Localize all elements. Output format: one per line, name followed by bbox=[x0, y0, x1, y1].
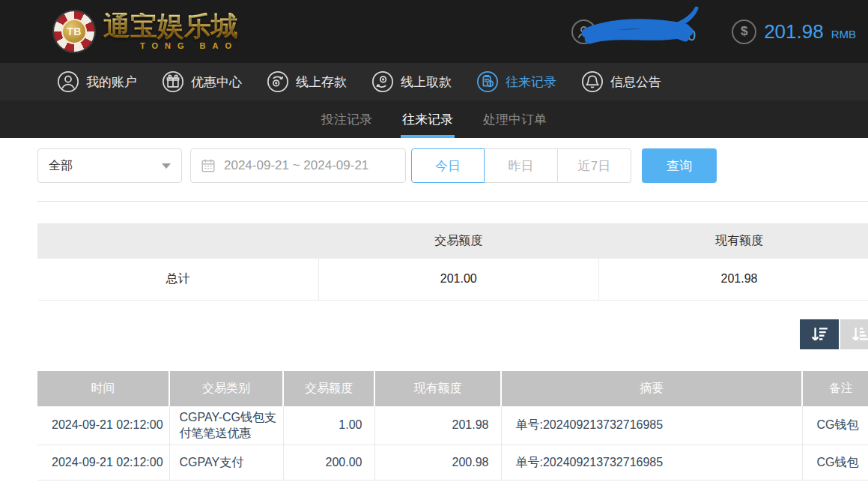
calendar-icon bbox=[200, 157, 216, 174]
filter-row: 全部 2024-09-21 ~ 2024-09-21 今日 昨日 近7日 查询 bbox=[37, 148, 868, 183]
brand-name: 通宝娱乐城 bbox=[103, 13, 238, 40]
table-row: 2024-09-21 02:12:00 CGPAY-CG钱包支付笔笔送优惠 1.… bbox=[37, 406, 868, 445]
cell-summary: 单号:202409213732716985 bbox=[501, 406, 802, 445]
summary-total-amount: 201.00 bbox=[318, 259, 599, 300]
balance[interactable]: 201.98 RMB bbox=[732, 19, 856, 44]
quick-date-group: 今日 昨日 近7日 bbox=[411, 148, 631, 183]
summary-col-transaction-amount: 交易额度 bbox=[318, 223, 599, 259]
cell-note: CG钱包 bbox=[802, 445, 868, 480]
tab-label: 投注记录 bbox=[321, 111, 372, 128]
cell-summary: 单号:202409213732716985 bbox=[501, 445, 802, 480]
cell-current-balance: 201.98 bbox=[374, 406, 501, 445]
sort-descending-button[interactable] bbox=[800, 319, 839, 349]
cell-transaction-type: CGPAY-CG钱包支付笔笔送优惠 bbox=[169, 406, 283, 445]
nav-item-transaction-records[interactable]: 往来记录 bbox=[476, 70, 556, 93]
date-range-value: 2024-09-21 ~ 2024-09-21 bbox=[224, 158, 368, 173]
cell-note: CG钱包 bbox=[802, 406, 868, 445]
chevron-down-icon bbox=[162, 163, 171, 169]
nav-label: 往来记录 bbox=[506, 73, 556, 91]
summary-col-current-balance: 现有额度 bbox=[599, 223, 868, 259]
main-navigation: 我的账户 优惠中心 线上存款 线上取款 往来记录 信息公告 bbox=[0, 63, 868, 100]
chip-monogram: TB bbox=[61, 19, 87, 44]
col-current-balance: 现有额度 bbox=[374, 371, 501, 406]
tab-processing-orders[interactable]: 处理中订单 bbox=[482, 100, 548, 138]
bell-icon bbox=[581, 70, 604, 93]
redaction-scribble bbox=[582, 6, 699, 52]
brand-logo[interactable]: TB 通宝娱乐城 TONG BAO bbox=[54, 11, 238, 52]
record-subtabs: 投注记录 往来记录 处理中订单 bbox=[0, 100, 868, 138]
col-transaction-type: 交易类别 bbox=[169, 371, 283, 406]
content-area: 全部 2024-09-21 ~ 2024-09-21 今日 昨日 近7日 查询 … bbox=[0, 148, 868, 481]
cell-time: 2024-09-21 02:12:00 bbox=[37, 406, 169, 445]
nav-item-online-withdrawal[interactable]: 线上取款 bbox=[371, 70, 452, 93]
cell-current-balance: 200.98 bbox=[374, 445, 501, 480]
poker-chip-icon: TB bbox=[54, 11, 94, 52]
withdraw-hand-coin-icon bbox=[371, 70, 394, 93]
nav-label: 线上取款 bbox=[401, 73, 452, 91]
nav-item-my-account[interactable]: 我的账户 bbox=[57, 70, 137, 93]
cell-transaction-amount: 1.00 bbox=[283, 406, 374, 445]
user-account[interactable]: 90 bbox=[571, 9, 700, 54]
nav-item-announcements[interactable]: 信息公告 bbox=[581, 70, 661, 93]
col-summary: 摘要 bbox=[501, 371, 802, 406]
sort-amount-asc-icon bbox=[850, 325, 868, 344]
nav-label: 线上存款 bbox=[296, 73, 347, 91]
tab-transaction-records[interactable]: 往来记录 bbox=[401, 100, 455, 138]
tab-label: 往来记录 bbox=[402, 111, 453, 128]
date-range-input[interactable]: 2024-09-21 ~ 2024-09-21 bbox=[190, 148, 406, 183]
records-table: 时间 交易类别 交易额度 现有额度 摘要 备注 2024-09-21 02:12… bbox=[37, 371, 868, 481]
section-divider bbox=[37, 201, 868, 202]
summary-table: 交易额度 现有额度 总计 201.00 201.98 bbox=[37, 223, 868, 301]
records-clipboard-clock-icon bbox=[476, 70, 499, 93]
summary-total-label: 总计 bbox=[38, 259, 319, 300]
user-icon bbox=[57, 70, 79, 93]
records-header-row: 时间 交易类别 交易额度 现有额度 摘要 备注 bbox=[37, 371, 868, 406]
query-button[interactable]: 查询 bbox=[642, 148, 717, 183]
dollar-icon bbox=[732, 19, 756, 44]
gift-icon bbox=[162, 70, 184, 93]
sort-controls bbox=[37, 319, 868, 349]
col-note: 备注 bbox=[802, 371, 868, 406]
top-header: TB 通宝娱乐城 TONG BAO 90 201.98 bbox=[0, 0, 868, 63]
summary-header-row: 交易额度 现有额度 bbox=[38, 223, 868, 259]
nav-label: 优惠中心 bbox=[191, 73, 242, 91]
type-select-value: 全部 bbox=[49, 158, 73, 174]
nav-item-promotions[interactable]: 优惠中心 bbox=[162, 70, 242, 93]
sort-amount-desc-icon bbox=[810, 325, 829, 344]
summary-total-row: 总计 201.00 201.98 bbox=[38, 259, 868, 300]
balance-amount: 201.98 bbox=[764, 20, 824, 43]
type-select[interactable]: 全部 bbox=[37, 148, 182, 183]
nav-item-online-deposit[interactable]: 线上存款 bbox=[267, 70, 347, 93]
col-time: 时间 bbox=[37, 371, 169, 406]
quick-btn-today[interactable]: 今日 bbox=[411, 148, 485, 183]
topbar-right: 90 201.98 RMB bbox=[571, 9, 856, 54]
cell-transaction-type: CGPAY支付 bbox=[169, 445, 283, 480]
deposit-hand-coin-icon bbox=[267, 70, 289, 93]
cell-time: 2024-09-21 02:12:00 bbox=[37, 445, 169, 480]
brand-text: 通宝娱乐城 TONG BAO bbox=[103, 13, 238, 50]
table-row: 2024-09-21 02:12:00 CGPAY支付 200.00 200.9… bbox=[37, 445, 868, 480]
brand-subtitle: TONG BAO bbox=[103, 41, 238, 50]
quick-btn-last7days[interactable]: 近7日 bbox=[558, 148, 631, 183]
nav-label: 信息公告 bbox=[610, 73, 661, 91]
sort-ascending-button[interactable] bbox=[840, 319, 868, 349]
balance-currency: RMB bbox=[831, 28, 856, 40]
tab-label: 处理中订单 bbox=[483, 111, 547, 128]
cell-transaction-amount: 200.00 bbox=[283, 445, 374, 480]
summary-total-balance: 201.98 bbox=[599, 259, 868, 300]
col-transaction-amount: 交易额度 bbox=[283, 371, 374, 406]
nav-label: 我的账户 bbox=[86, 73, 137, 91]
summary-col-blank bbox=[38, 223, 319, 259]
quick-btn-yesterday[interactable]: 昨日 bbox=[485, 148, 558, 183]
tab-betting-records[interactable]: 投注记录 bbox=[320, 100, 374, 138]
